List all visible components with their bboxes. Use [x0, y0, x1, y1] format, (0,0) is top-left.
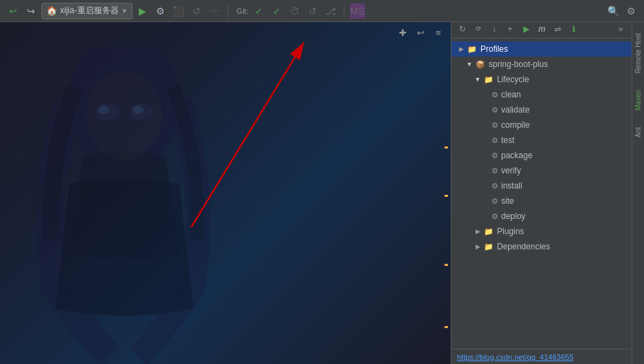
maven-panel: Maven ⚙ — ↻ ⟳ ↓ + ▶ m ⇌ ℹ » ▶ 📁 Profiles… [451, 0, 632, 364]
profiles-label: Profiles [480, 44, 508, 54]
clean-label: clean [501, 90, 521, 99]
maven-statusbar: https://blog.csdn.net/qq_41463655 [451, 349, 632, 364]
top-toolbar: ↩ ↪ 🏠 xijia-重启服务器 ▼ ▶ ⚙ ⬛ ↺ ⋯ Git: ✓ ✓ ⏱… [0, 0, 644, 22]
validate-label: validate [501, 105, 529, 115]
git-check-btn[interactable]: ✓ [251, 3, 266, 19]
verify-spacer [482, 166, 490, 175]
maven-m-btn[interactable]: m [535, 22, 549, 36]
settings2-btn[interactable]: ⚙ [623, 3, 638, 19]
ant-vtab[interactable]: Ant [633, 122, 643, 143]
run-config-selector[interactable]: 🏠 xijia-重启服务器 ▼ [41, 3, 133, 19]
maven-tree: ▶ 📁 Profiles ▼ 📦 spring-boot-plus ▼ 📁 Li… [451, 39, 632, 349]
test-gear-icon: ⚙ [491, 136, 498, 145]
plugins-label: Plugins [497, 227, 524, 236]
lifecycle-deploy[interactable]: ⚙ deploy [451, 209, 632, 224]
project-icon: 📦 [475, 59, 486, 70]
lifecycle-folder-icon: 📁 [483, 74, 494, 85]
sep2 [344, 4, 344, 18]
lifecycle-test[interactable]: ⚙ test [451, 133, 632, 148]
lifecycle-label: Lifecycle [497, 75, 529, 84]
run-button[interactable]: ▶ [135, 3, 150, 19]
search-btn[interactable]: 🔍 [605, 3, 621, 19]
deploy-gear-icon: ⚙ [491, 212, 498, 221]
site-spacer [482, 197, 490, 205]
profiles-arrow: ▶ [457, 45, 465, 53]
undo-btn[interactable]: ↩ [413, 26, 427, 39]
lifecycle-validate[interactable]: ⚙ validate [451, 102, 632, 117]
git-clock-btn[interactable]: ⏱ [287, 3, 302, 19]
project-item[interactable]: ▼ 📦 spring-boot-plus [451, 57, 632, 72]
debug-button[interactable]: ⚙ [153, 3, 168, 19]
lifecycle-package[interactable]: ⚙ package [451, 148, 632, 163]
maven-vtab[interactable]: Maven [633, 84, 643, 116]
lifecycle-item[interactable]: ▼ 📁 Lifecycle [451, 72, 632, 87]
sep1 [228, 4, 228, 18]
validate-gear-icon: ⚙ [491, 106, 498, 115]
lifecycle-verify[interactable]: ⚙ verify [451, 163, 632, 178]
line-indicator-4 [445, 326, 448, 328]
remote-host-tab[interactable]: Remote Host [633, 28, 643, 79]
project-arrow: ▼ [465, 60, 474, 68]
lifecycle-compile[interactable]: ⚙ compile [451, 117, 632, 133]
maven-info-btn[interactable]: ℹ [567, 22, 580, 36]
maven-toggle-btn[interactable]: ⇌ [551, 22, 565, 36]
package-spacer [482, 151, 490, 160]
lifecycle-site[interactable]: ⚙ site [451, 193, 632, 209]
lifecycle-arrow: ▼ [474, 75, 482, 84]
package-label: package [501, 151, 532, 160]
svg-point-5 [133, 106, 144, 114]
maven-refresh2-btn[interactable]: ⟳ [471, 22, 485, 36]
format-btn[interactable]: ≡ [431, 26, 445, 39]
stop-button[interactable]: ⬛ [171, 3, 186, 19]
forward-btn[interactable]: ↪ [23, 3, 39, 19]
compile-gear-icon: ⚙ [491, 121, 498, 130]
line-indicator-1 [445, 146, 448, 149]
site-label: site [501, 196, 514, 206]
clean-gear-icon: ⚙ [491, 90, 498, 99]
maven-expand-btn[interactable]: » [614, 22, 627, 36]
test-spacer [482, 136, 490, 144]
maven-status-link[interactable]: https://blog.csdn.net/qq_41463655 [457, 353, 574, 361]
git-label: Git: [237, 7, 248, 15]
verify-label: verify [501, 166, 521, 175]
plugins-folder-icon: 📁 [483, 226, 494, 237]
lifecycle-install[interactable]: ⚙ install [451, 178, 632, 193]
dependencies-item[interactable]: ▶ 📁 Dependencies [451, 239, 632, 254]
deploy-spacer [482, 212, 490, 220]
deploy-label: deploy [501, 211, 525, 221]
verify-gear-icon: ⚙ [491, 166, 498, 175]
maven-add-btn[interactable]: + [503, 22, 517, 36]
editor-area: ✚ ↩ ≡ [0, 22, 451, 364]
git-branch-btn[interactable]: ⎇ [323, 3, 338, 19]
run-config-label: xijia-重启服务器 [60, 5, 119, 17]
install-spacer [482, 182, 490, 190]
package-gear-icon: ⚙ [491, 151, 498, 160]
run-config-dropdown-icon: ▼ [121, 8, 128, 15]
maven-refresh-btn[interactable]: ↻ [456, 22, 469, 36]
profiles-folder-icon: 📁 [467, 44, 478, 55]
validate-spacer [482, 106, 490, 114]
git-check2-btn[interactable]: ✓ [269, 3, 284, 19]
compile-label: compile [501, 120, 529, 130]
profiles-item[interactable]: ▶ 📁 Profiles [451, 41, 632, 57]
plugins-item[interactable]: ▶ 📁 Plugins [451, 224, 632, 239]
deps-label: Dependencies [497, 242, 550, 251]
add-btn[interactable]: ✚ [396, 26, 409, 39]
more-button[interactable]: ⋯ [207, 3, 222, 19]
project-label: spring-boot-plus [489, 59, 548, 69]
plugins-arrow: ▶ [474, 227, 482, 236]
run-config-icon: 🏠 [46, 6, 57, 16]
background-image [0, 46, 345, 364]
git-undo-btn[interactable]: ↺ [305, 3, 320, 19]
secondary-toolbar: ✚ ↩ ≡ [0, 22, 451, 43]
deps-arrow: ▶ [474, 242, 482, 251]
back-btn[interactable]: ↩ [6, 3, 21, 19]
maven-run-btn[interactable]: ▶ [519, 22, 533, 36]
site-gear-icon: ⚙ [491, 197, 498, 206]
maven-download-btn[interactable]: ↓ [487, 22, 501, 36]
maven-toolbar: ↻ ⟳ ↓ + ▶ m ⇌ ℹ » [451, 19, 632, 39]
clean-spacer [482, 90, 490, 99]
settings-btn[interactable]: MS [350, 3, 365, 19]
reload-button[interactable]: ↺ [189, 3, 204, 19]
lifecycle-clean[interactable]: ⚙ clean [451, 87, 632, 102]
